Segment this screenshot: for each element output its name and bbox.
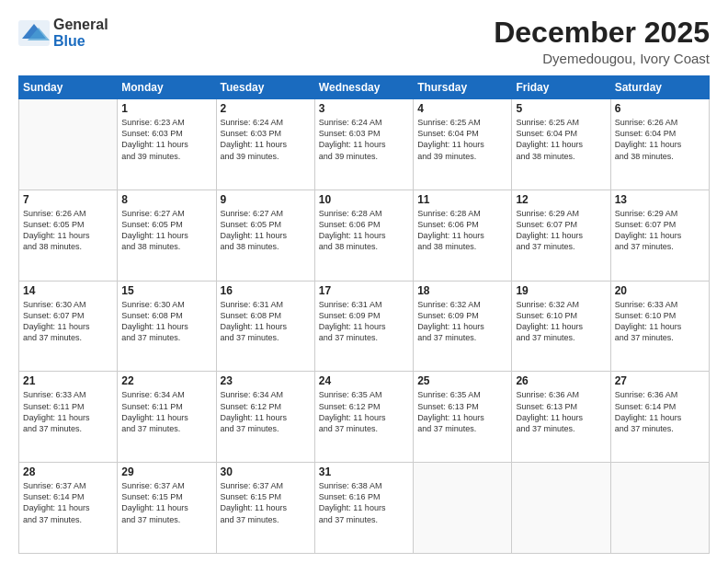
day-info: Sunrise: 6:23 AM Sunset: 6:03 PM Dayligh… — [121, 117, 211, 162]
table-row: 17Sunrise: 6:31 AM Sunset: 6:09 PM Dayli… — [314, 281, 413, 372]
table-row: 3Sunrise: 6:24 AM Sunset: 6:03 PM Daylig… — [314, 99, 413, 190]
table-row: 14Sunrise: 6:30 AM Sunset: 6:07 PM Dayli… — [19, 281, 118, 372]
day-number: 4 — [417, 102, 507, 115]
day-info: Sunrise: 6:29 AM Sunset: 6:07 PM Dayligh… — [516, 208, 606, 253]
day-info: Sunrise: 6:37 AM Sunset: 6:15 PM Dayligh… — [221, 480, 311, 525]
day-number: 26 — [516, 374, 606, 387]
day-number: 15 — [121, 284, 211, 297]
header: General Blue December 2025 Dyemedougou, … — [18, 17, 710, 66]
day-number: 6 — [615, 102, 705, 115]
calendar-week-row: 21Sunrise: 6:33 AM Sunset: 6:11 PM Dayli… — [19, 372, 710, 463]
table-row: 2Sunrise: 6:24 AM Sunset: 6:03 PM Daylig… — [216, 99, 314, 190]
table-row: 18Sunrise: 6:32 AM Sunset: 6:09 PM Dayli… — [414, 281, 512, 372]
day-number: 16 — [221, 284, 311, 297]
day-number: 21 — [23, 374, 113, 387]
col-sunday: Sunday — [19, 76, 118, 99]
table-row: 21Sunrise: 6:33 AM Sunset: 6:11 PM Dayli… — [19, 372, 118, 463]
day-info: Sunrise: 6:31 AM Sunset: 6:09 PM Dayligh… — [319, 299, 409, 344]
table-row: 22Sunrise: 6:34 AM Sunset: 6:11 PM Dayli… — [118, 372, 216, 463]
day-number: 5 — [516, 102, 606, 115]
day-info: Sunrise: 6:38 AM Sunset: 6:16 PM Dayligh… — [319, 480, 409, 525]
day-number: 11 — [417, 193, 507, 206]
day-number: 13 — [615, 193, 705, 206]
day-info: Sunrise: 6:33 AM Sunset: 6:11 PM Dayligh… — [23, 389, 113, 434]
table-row — [414, 463, 512, 554]
day-number: 7 — [23, 193, 113, 206]
table-row: 4Sunrise: 6:25 AM Sunset: 6:04 PM Daylig… — [414, 99, 512, 190]
calendar-table: Sunday Monday Tuesday Wednesday Thursday… — [18, 75, 710, 554]
day-info: Sunrise: 6:30 AM Sunset: 6:08 PM Dayligh… — [121, 299, 211, 344]
day-number: 3 — [319, 102, 409, 115]
logo-general-text: General — [53, 17, 108, 32]
day-info: Sunrise: 6:26 AM Sunset: 6:05 PM Dayligh… — [23, 208, 113, 253]
table-row: 10Sunrise: 6:28 AM Sunset: 6:06 PM Dayli… — [314, 190, 413, 281]
day-info: Sunrise: 6:32 AM Sunset: 6:09 PM Dayligh… — [417, 299, 507, 344]
table-row: 12Sunrise: 6:29 AM Sunset: 6:07 PM Dayli… — [512, 190, 610, 281]
day-info: Sunrise: 6:27 AM Sunset: 6:05 PM Dayligh… — [121, 208, 211, 253]
day-number: 2 — [221, 102, 311, 115]
table-row: 29Sunrise: 6:37 AM Sunset: 6:15 PM Dayli… — [118, 463, 216, 554]
day-number: 9 — [221, 193, 311, 206]
logo: General Blue — [18, 17, 108, 50]
table-row: 31Sunrise: 6:38 AM Sunset: 6:16 PM Dayli… — [314, 463, 413, 554]
day-number: 18 — [417, 284, 507, 297]
day-number: 8 — [121, 193, 211, 206]
calendar-week-row: 1Sunrise: 6:23 AM Sunset: 6:03 PM Daylig… — [19, 99, 710, 190]
table-row: 16Sunrise: 6:31 AM Sunset: 6:08 PM Dayli… — [216, 281, 314, 372]
day-number: 25 — [417, 374, 507, 387]
col-thursday: Thursday — [414, 76, 512, 99]
table-row: 24Sunrise: 6:35 AM Sunset: 6:12 PM Dayli… — [314, 372, 413, 463]
day-info: Sunrise: 6:34 AM Sunset: 6:12 PM Dayligh… — [221, 389, 311, 434]
calendar-week-row: 28Sunrise: 6:37 AM Sunset: 6:14 PM Dayli… — [19, 463, 710, 554]
day-number: 20 — [615, 284, 705, 297]
day-info: Sunrise: 6:36 AM Sunset: 6:13 PM Dayligh… — [516, 389, 606, 434]
table-row: 8Sunrise: 6:27 AM Sunset: 6:05 PM Daylig… — [118, 190, 216, 281]
day-number: 31 — [319, 465, 409, 478]
day-number: 28 — [23, 465, 113, 478]
day-number: 19 — [516, 284, 606, 297]
day-info: Sunrise: 6:27 AM Sunset: 6:05 PM Dayligh… — [221, 208, 311, 253]
table-row — [19, 99, 118, 190]
day-info: Sunrise: 6:36 AM Sunset: 6:14 PM Dayligh… — [615, 389, 705, 434]
day-info: Sunrise: 6:30 AM Sunset: 6:07 PM Dayligh… — [23, 299, 113, 344]
page: General Blue December 2025 Dyemedougou, … — [0, 0, 728, 563]
calendar-header-row: Sunday Monday Tuesday Wednesday Thursday… — [19, 76, 710, 99]
day-number: 14 — [23, 284, 113, 297]
day-info: Sunrise: 6:37 AM Sunset: 6:14 PM Dayligh… — [23, 480, 113, 525]
table-row: 28Sunrise: 6:37 AM Sunset: 6:14 PM Dayli… — [19, 463, 118, 554]
col-friday: Friday — [512, 76, 610, 99]
table-row: 7Sunrise: 6:26 AM Sunset: 6:05 PM Daylig… — [19, 190, 118, 281]
day-info: Sunrise: 6:35 AM Sunset: 6:13 PM Dayligh… — [417, 389, 507, 434]
day-info: Sunrise: 6:28 AM Sunset: 6:06 PM Dayligh… — [319, 208, 409, 253]
day-info: Sunrise: 6:24 AM Sunset: 6:03 PM Dayligh… — [221, 117, 311, 162]
table-row: 30Sunrise: 6:37 AM Sunset: 6:15 PM Dayli… — [216, 463, 314, 554]
day-info: Sunrise: 6:35 AM Sunset: 6:12 PM Dayligh… — [319, 389, 409, 434]
table-row: 25Sunrise: 6:35 AM Sunset: 6:13 PM Dayli… — [414, 372, 512, 463]
table-row: 9Sunrise: 6:27 AM Sunset: 6:05 PM Daylig… — [216, 190, 314, 281]
day-info: Sunrise: 6:26 AM Sunset: 6:04 PM Dayligh… — [615, 117, 705, 162]
day-info: Sunrise: 6:33 AM Sunset: 6:10 PM Dayligh… — [615, 299, 705, 344]
col-wednesday: Wednesday — [314, 76, 413, 99]
table-row: 19Sunrise: 6:32 AM Sunset: 6:10 PM Dayli… — [512, 281, 610, 372]
day-info: Sunrise: 6:24 AM Sunset: 6:03 PM Dayligh… — [319, 117, 409, 162]
day-number: 30 — [221, 465, 311, 478]
col-monday: Monday — [118, 76, 216, 99]
day-info: Sunrise: 6:28 AM Sunset: 6:06 PM Dayligh… — [417, 208, 507, 253]
day-number: 17 — [319, 284, 409, 297]
table-row: 1Sunrise: 6:23 AM Sunset: 6:03 PM Daylig… — [118, 99, 216, 190]
day-info: Sunrise: 6:25 AM Sunset: 6:04 PM Dayligh… — [417, 117, 507, 162]
day-info: Sunrise: 6:29 AM Sunset: 6:07 PM Dayligh… — [615, 208, 705, 253]
calendar-week-row: 14Sunrise: 6:30 AM Sunset: 6:07 PM Dayli… — [19, 281, 710, 372]
logo-icon — [18, 20, 50, 46]
day-number: 24 — [319, 374, 409, 387]
day-number: 22 — [121, 374, 211, 387]
table-row — [610, 463, 709, 554]
day-info: Sunrise: 6:32 AM Sunset: 6:10 PM Dayligh… — [516, 299, 606, 344]
day-info: Sunrise: 6:25 AM Sunset: 6:04 PM Dayligh… — [516, 117, 606, 162]
day-number: 12 — [516, 193, 606, 206]
table-row: 13Sunrise: 6:29 AM Sunset: 6:07 PM Dayli… — [610, 190, 709, 281]
table-row — [512, 463, 610, 554]
table-row: 6Sunrise: 6:26 AM Sunset: 6:04 PM Daylig… — [610, 99, 709, 190]
table-row: 27Sunrise: 6:36 AM Sunset: 6:14 PM Dayli… — [610, 372, 709, 463]
title-month: December 2025 — [494, 17, 710, 49]
